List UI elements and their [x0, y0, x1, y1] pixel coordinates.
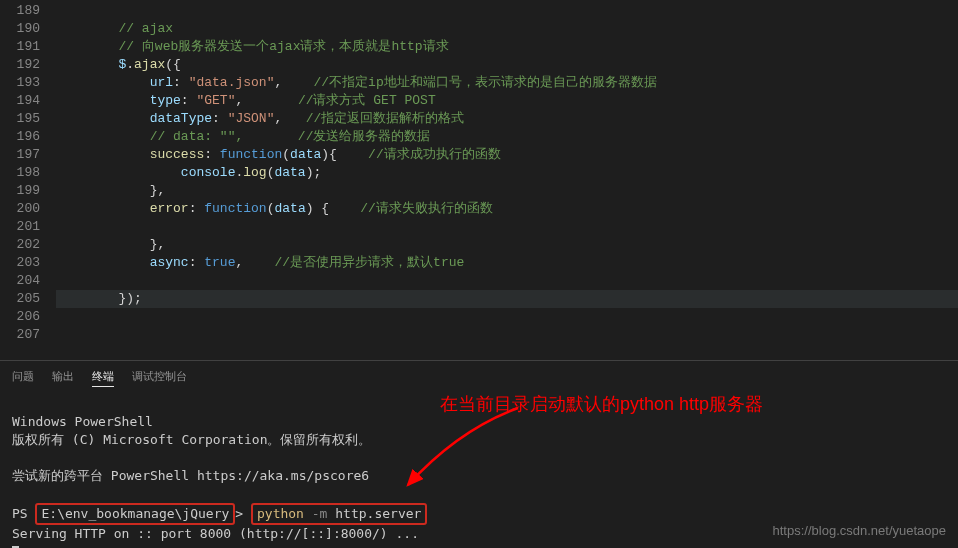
- line-number: 195: [0, 110, 40, 128]
- code-line[interactable]: url: "data.json", //不指定ip地址和端口号，表示请求的是自己…: [56, 74, 958, 92]
- line-number: 197: [0, 146, 40, 164]
- code-line[interactable]: [56, 218, 958, 236]
- tab-debug-console[interactable]: 调试控制台: [132, 367, 187, 387]
- line-number: 206: [0, 308, 40, 326]
- code-line[interactable]: });: [56, 290, 958, 308]
- ps-banner: Windows PowerShell: [12, 414, 153, 429]
- ps-crossplat: 尝试新的跨平台 PowerShell https://aka.ms/pscore…: [12, 468, 369, 483]
- line-number: 198: [0, 164, 40, 182]
- code-line[interactable]: [56, 2, 958, 20]
- line-number: 199: [0, 182, 40, 200]
- watermark: https://blog.csdn.net/yuetaope: [773, 523, 946, 538]
- code-editor[interactable]: 1891901911921931941951961971981992002012…: [0, 0, 958, 360]
- line-number: 202: [0, 236, 40, 254]
- code-line[interactable]: error: function(data) { //请求失败执行的函数: [56, 200, 958, 218]
- code-line[interactable]: async: true, //是否使用异步请求，默认true: [56, 254, 958, 272]
- line-number-gutter: 1891901911921931941951961971981992002012…: [0, 0, 56, 360]
- code-line[interactable]: // ajax: [56, 20, 958, 38]
- code-line[interactable]: // 向web服务器发送一个ajax请求，本质就是http请求: [56, 38, 958, 56]
- tab-output[interactable]: 输出: [52, 367, 74, 387]
- code-line[interactable]: dataType: "JSON", //指定返回数据解析的格式: [56, 110, 958, 128]
- highlight-box-path: E:\env_bookmanage\jQuery: [35, 503, 235, 525]
- highlight-box-command: python -m http.server: [251, 503, 427, 525]
- line-number: 204: [0, 272, 40, 290]
- code-content[interactable]: // ajax // 向web服务器发送一个ajax请求，本质就是http请求 …: [56, 0, 958, 360]
- bottom-panel: 问题 输出 终端 调试控制台 Windows PowerShell 版权所有 (…: [0, 360, 958, 548]
- cmd-module: http.server: [335, 506, 421, 521]
- line-number: 196: [0, 128, 40, 146]
- code-line[interactable]: // data: "", //发送给服务器的数据: [56, 128, 958, 146]
- line-number: 200: [0, 200, 40, 218]
- tab-terminal[interactable]: 终端: [92, 367, 114, 387]
- code-line[interactable]: [56, 272, 958, 290]
- annotation-text: 在当前目录启动默认的python http服务器: [440, 392, 763, 416]
- line-number: 193: [0, 74, 40, 92]
- code-line[interactable]: $.ajax({: [56, 56, 958, 74]
- line-number: 203: [0, 254, 40, 272]
- code-line[interactable]: },: [56, 182, 958, 200]
- code-line[interactable]: },: [56, 236, 958, 254]
- prompt-ps: PS: [12, 506, 35, 521]
- code-line[interactable]: console.log(data);: [56, 164, 958, 182]
- panel-tabs: 问题 输出 终端 调试控制台: [12, 361, 946, 395]
- line-number: 190: [0, 20, 40, 38]
- code-line[interactable]: [56, 326, 958, 344]
- prompt-gt: >: [235, 506, 251, 521]
- line-number: 201: [0, 218, 40, 236]
- code-line[interactable]: success: function(data){ //请求成功执行的函数: [56, 146, 958, 164]
- code-line[interactable]: type: "GET", //请求方式 GET POST: [56, 92, 958, 110]
- tab-problems[interactable]: 问题: [12, 367, 34, 387]
- cmd-python: python: [257, 506, 312, 521]
- line-number: 194: [0, 92, 40, 110]
- line-number: 191: [0, 38, 40, 56]
- line-number: 207: [0, 326, 40, 344]
- prompt-path: E:\env_bookmanage\jQuery: [41, 506, 229, 521]
- line-number: 192: [0, 56, 40, 74]
- cmd-flag: -m: [312, 506, 335, 521]
- code-line[interactable]: [56, 308, 958, 326]
- line-number: 205: [0, 290, 40, 308]
- ps-copyright: 版权所有 (C) Microsoft Corporation。保留所有权利。: [12, 432, 372, 447]
- serving-line: Serving HTTP on :: port 8000 (http://[::…: [12, 526, 419, 541]
- line-number: 189: [0, 2, 40, 20]
